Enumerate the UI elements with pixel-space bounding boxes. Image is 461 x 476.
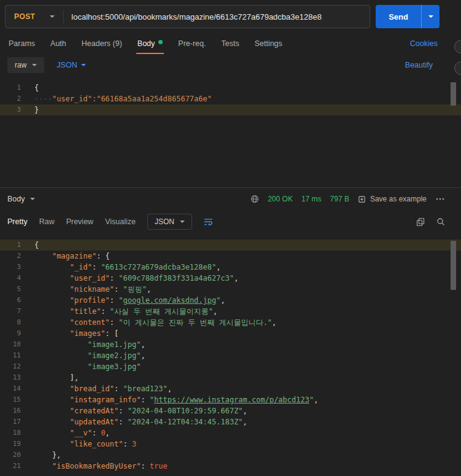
code-token: ], [34, 373, 79, 382]
line-number: 11 [0, 350, 21, 361]
code-text: } [21, 104, 39, 115]
code-token [34, 440, 70, 448]
line-number: 16 [0, 405, 21, 416]
tab-auth[interactable]: Auth [49, 33, 68, 54]
search-button[interactable] [436, 217, 445, 226]
code-line[interactable]: 2····"user_id":"66168a5aa1a254d865677a6e… [0, 93, 461, 104]
code-line[interactable]: 14 "bread_id": "bread123", [0, 383, 461, 394]
code-line[interactable]: 4 "user_id": "609c788df383f331a4a627c3", [0, 273, 461, 284]
code-line[interactable]: 2 "magazine": { [0, 251, 461, 262]
request-body-editor[interactable]: 1{2····"user_id":"66168a5aa1a254d865677a… [0, 76, 461, 187]
view-tab-pretty[interactable]: Pretty [7, 217, 28, 226]
send-button[interactable]: Send [376, 5, 421, 28]
code-token: "updatedAt" [70, 418, 118, 426]
code-token: " [150, 396, 154, 404]
code-text: "instagram_info": "https://www.instagram… [21, 394, 318, 405]
code-token: : { [96, 252, 110, 260]
body-type-select[interactable]: raw [7, 57, 44, 73]
line-number: 13 [0, 372, 21, 383]
code-token: } [34, 106, 39, 114]
code-line[interactable]: 3} [0, 104, 461, 115]
code-text: "image3.jpg" [21, 361, 141, 372]
line-number: 8 [0, 317, 21, 328]
response-time: 17 ms [301, 195, 322, 203]
more-options-button[interactable] [435, 195, 445, 203]
code-line[interactable]: 12 "image3.jpg" [0, 361, 461, 372]
text-wrap-button[interactable] [204, 217, 214, 226]
code-line[interactable]: 6 "profile": "google.com/aksdnd.jpg", [0, 295, 461, 306]
code-token: , [314, 396, 318, 404]
response-body-viewer[interactable]: 1{2 "magazine": {3 "_id": "6613c727a679a… [0, 233, 461, 476]
code-text: ], [21, 372, 79, 383]
code-line[interactable]: 8 "content": "이 게시물은 진짜 두 번째 게시물입니다.", [0, 317, 461, 328]
url-link[interactable]: https://www.instagram.com/p/abcd123 [154, 396, 309, 404]
code-line[interactable]: 1{ [0, 240, 461, 251]
code-token [34, 252, 52, 260]
view-tab-raw[interactable]: Raw [39, 217, 55, 226]
response-format-select[interactable]: JSON [147, 214, 192, 230]
code-line[interactable]: 9 "images": [ [0, 328, 461, 339]
code-line[interactable]: 15 "instagram_info": "https://www.instag… [0, 394, 461, 405]
response-status-group: 200 OK 17 ms 797 B Save as example [250, 195, 445, 203]
code-line[interactable]: 5 "nickname": "핑핑", [0, 284, 461, 295]
tab-body[interactable]: Body [136, 33, 165, 54]
code-token: "image3.jpg" [88, 362, 141, 371]
code-token: , [220, 296, 225, 305]
code-token: "bread_id" [70, 384, 114, 393]
bookmark-icon [358, 195, 366, 203]
code-line[interactable]: 19 "like_count": 3 [0, 439, 461, 450]
tab-pre-req[interactable]: Pre-req. [177, 33, 207, 54]
url-input[interactable]: localhost:5000/api/bookmarks/magazine/66… [64, 6, 370, 28]
code-line[interactable]: 10 "image1.jpg", [0, 339, 461, 350]
view-tab-preview[interactable]: Preview [66, 217, 93, 226]
tab-params[interactable]: Params [7, 33, 36, 54]
code-token: ···· [34, 95, 52, 103]
code-line[interactable]: 18 "__v": 0, [0, 427, 461, 439]
code-line[interactable]: 13 ], [0, 372, 461, 383]
code-line[interactable]: 17 "updatedAt": "2024-04-12T04:34:45.183… [0, 416, 461, 427]
code-line[interactable]: 11 "image2.jpg", [0, 350, 461, 361]
code-token: , [106, 429, 110, 437]
method-selector[interactable]: POST [6, 6, 63, 28]
cookies-link[interactable]: Cookies [410, 39, 438, 48]
code-line[interactable]: 21 "isBookmarkedByUser": true [0, 461, 461, 472]
code-token: , [168, 384, 172, 393]
line-number: 5 [0, 284, 21, 295]
code-text: "magazine": { [21, 251, 110, 262]
tab-tests[interactable]: Tests [220, 33, 240, 54]
response-format-label: JSON [155, 217, 174, 226]
view-tab-visualize[interactable]: Visualize [105, 217, 136, 226]
body-format-select[interactable]: JSON [56, 61, 85, 69]
request-tabs-row: ParamsAuthHeaders (9)BodyPre-req.TestsSe… [0, 33, 461, 54]
copy-button[interactable] [416, 217, 425, 226]
code-token: }, [34, 451, 61, 459]
code-token: , [243, 418, 247, 426]
code-line[interactable]: 20 }, [0, 450, 461, 461]
request-editor-lines: 1{2····"user_id":"66168a5aa1a254d865677a… [0, 82, 461, 115]
url-link[interactable]: google.com/aksdnd.jpg [123, 296, 217, 305]
beautify-link[interactable]: Beautify [405, 61, 433, 69]
scrollbar-thumb[interactable] [451, 241, 456, 290]
tab-headers-9[interactable]: Headers (9) [80, 33, 123, 54]
code-line[interactable]: 3 "_id": "6613c727a679adcba3e128e8", [0, 262, 461, 273]
response-body-select[interactable]: Body [7, 195, 35, 203]
wrap-lines-icon [204, 217, 214, 226]
code-token: "2024-04-08T10:29:59.667Z" [128, 407, 243, 415]
code-text: "bread_id": "bread123", [21, 383, 172, 394]
tab-label: Headers (9) [82, 39, 122, 48]
code-token: "createdAt" [70, 407, 118, 415]
code-token [34, 318, 70, 327]
tab-settings[interactable]: Settings [254, 33, 284, 54]
code-line[interactable]: 7 "title": "사실 두 번째 게시물이지롱", [0, 306, 461, 317]
code-token: , [216, 263, 220, 271]
line-number: 2 [0, 93, 21, 104]
scrollbar-thumb[interactable] [451, 82, 456, 106]
code-token: : [ [106, 329, 119, 338]
save-as-example-button[interactable]: Save as example [358, 195, 427, 203]
line-number: 1 [0, 240, 21, 251]
code-line[interactable]: 16 "createdAt": "2024-04-08T10:29:59.667… [0, 405, 461, 416]
code-token [34, 329, 70, 338]
code-line[interactable]: 1{ [0, 82, 461, 93]
send-options-button[interactable] [421, 5, 440, 28]
chevron-down-icon [50, 15, 55, 18]
